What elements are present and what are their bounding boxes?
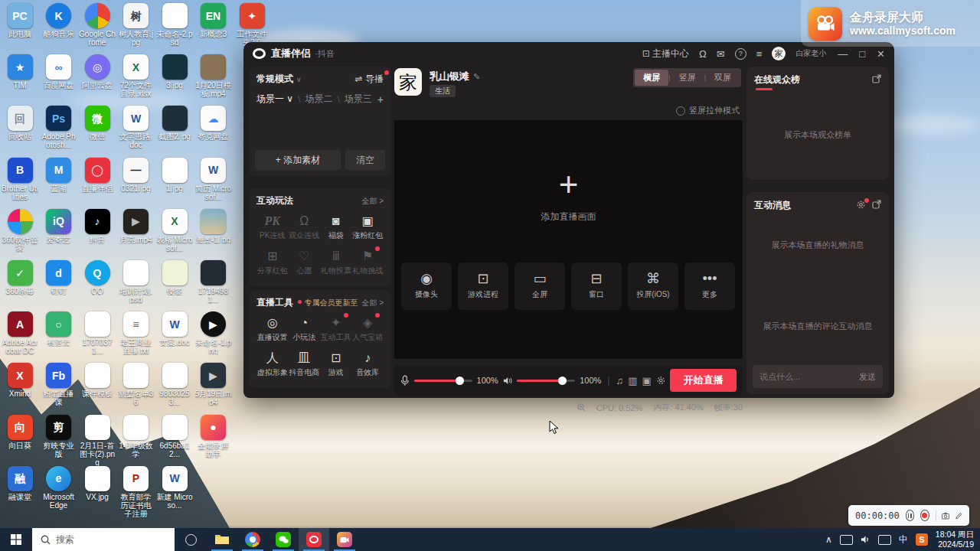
cortana-icon[interactable] [175,528,207,551]
voice-card-icon[interactable]: ▥ [628,375,637,386]
desktop-icon[interactable]: 向向日葵 [2,415,38,450]
feature-item[interactable]: PKPK连线 [256,213,289,241]
desktop-icon[interactable]: 1707037 1... [79,311,116,355]
feature-item[interactable]: ⊞分享红包 [256,248,289,276]
director-button[interactable]: ⇌ 导播 [355,73,384,86]
comment-input[interactable]: 说点什么... 发送 [753,365,883,388]
desktop-icon[interactable]: XXmind [2,363,38,398]
search-input[interactable]: 搜索 [32,528,175,551]
audio-icon[interactable]: Ω [699,48,707,60]
desktop-icon[interactable]: ✦工作文件夹2.0 [234,3,270,47]
display-icon[interactable] [840,535,853,545]
desktop-icon[interactable]: ●全能录屏助手 [195,415,232,458]
desktop-icon[interactable]: 树树人教育.jpg [118,3,155,47]
camera-toggle-icon[interactable]: ▣ [642,375,651,386]
desktop-icon[interactable]: Fb粉笔直播课 [41,363,77,406]
feature-item[interactable]: 人虚拟形象 [256,350,289,378]
orientation-segment[interactable]: 竖屏 [671,70,704,86]
source-button[interactable]: ◉摄像头 [401,262,452,310]
desktop-icon[interactable]: 3.jpg [156,54,193,90]
mic-volume-slider[interactable] [414,380,472,382]
slider-knob[interactable] [456,377,464,385]
desktop-icon[interactable]: 未命名-2.psd [156,3,193,47]
desktop-icon[interactable]: VX.jpg [79,466,116,501]
feature-item[interactable]: ⊡游戏 [320,350,352,378]
desktop-icon[interactable]: ♪抖音 [79,209,116,244]
desktop-icon[interactable]: ◎阿里云盘 [79,54,116,90]
message-icon[interactable]: ✉ [717,48,725,60]
feature-item[interactable]: ◙福袋 [320,213,352,241]
touch-keyboard-icon[interactable] [878,535,891,545]
feature-item[interactable]: ♪音效库 [352,350,384,378]
desktop-icon[interactable]: AAdobe Acrobat DC [2,311,38,355]
desktop-icon[interactable]: 培训计划.psd [118,260,155,304]
source-button[interactable]: ⌘投屏(iOS) [628,262,678,310]
desktop-icon[interactable]: —0321.jpg [118,158,155,193]
start-button[interactable] [0,528,32,551]
send-button[interactable]: 发送 [859,371,876,383]
desktop-icon[interactable]: 1.jpg [156,158,193,193]
desktop-icon[interactable]: 便签 [156,260,193,295]
desktop-icon[interactable]: W新建 Microso... [156,466,193,510]
feature-item[interactable]: Ω观众连线 [289,213,321,241]
desktop-icon[interactable]: EN新概念3 [195,3,232,38]
desktop-icon[interactable]: X72个文件目录.xlsx [118,54,155,98]
desktop-icon[interactable]: 回回收站 [2,106,38,141]
menu-icon[interactable]: ≡ [756,48,763,60]
ime-indicator[interactable]: 中 [899,533,908,546]
source-button[interactable]: ⊡游戏进程 [458,262,508,310]
desktop-icon[interactable]: BBrother Utilities [2,158,38,201]
edit-icon[interactable]: ✎ [473,72,480,81]
desktop-icon[interactable]: 360软件管家 [2,209,38,253]
help-icon[interactable]: ? [735,48,746,60]
desktop-icon[interactable]: ∞百度网盘 [41,54,77,90]
speaker-volume-slider[interactable] [517,380,575,382]
feature-item[interactable]: ◔小玩法 [289,315,321,343]
orientation-segment[interactable]: 横屏 [635,70,668,86]
taskbar-file-explorer[interactable] [207,528,237,551]
desktop-icon[interactable]: ○有道云 [41,311,77,347]
desktop-icon[interactable]: 微微信 [79,106,116,141]
slider-knob[interactable] [558,377,567,385]
desktop-icon[interactable]: Google Chrome [79,3,116,47]
minimize-button[interactable]: — [838,48,848,60]
desktop-icon[interactable]: 融融课堂 [2,466,38,501]
feature-item[interactable]: ⅲ礼物投票 [320,248,352,276]
desktop-icon[interactable]: QQQ [79,260,116,295]
feature-item[interactable]: ⚑礼物挑战 [352,248,384,276]
pause-button[interactable] [906,510,914,521]
desktop-icon[interactable]: PsAdobe Photosh... [41,106,77,149]
desktop-icon[interactable]: ☁夸克网盘 [195,106,232,141]
desktop-icon[interactable]: ✓360杀毒 [2,260,38,295]
desktop-icon[interactable]: 海景-1.jpg [195,209,232,244]
feature-item[interactable]: 皿抖音电商 [289,350,321,378]
desktop-icon[interactable]: K酷狗音乐 [41,3,77,38]
desktop-icon[interactable]: 6d56ba12... [156,415,193,458]
scene-tab[interactable]: 场景二 [305,93,332,106]
source-button[interactable]: ⊟窗口 [571,262,622,310]
desktop-icon[interactable]: ▶月亮.mp4 [118,209,155,244]
desktop-icon[interactable]: 17194981... [195,260,232,304]
desktop-icon[interactable]: 课件模板 [79,363,116,398]
popout-icon[interactable] [872,74,881,86]
scene-tab[interactable]: 场景三 [345,93,372,106]
desktop-icon[interactable]: d钉钉 [41,260,77,295]
sogou-input-icon[interactable]: S [916,533,928,546]
desktop-icon[interactable]: eMicrosoft Edge [41,466,77,510]
zoom-icon[interactable] [577,403,586,412]
desktop-icon[interactable]: W文案.doc [156,311,193,347]
desktop-icon[interactable]: ▶5月19日.mp4 [195,363,232,406]
microphone-icon[interactable] [400,375,410,386]
clear-button[interactable]: 清空 [345,150,385,170]
feature-item[interactable]: ◎直播设置 [256,315,289,343]
taskbar-wechat[interactable] [268,528,299,551]
add-material-button[interactable]: + 添加素材 [255,150,341,170]
popout-icon[interactable] [872,200,881,211]
feature-item[interactable]: ✦互动工具 [320,315,352,343]
desktop-icon[interactable]: P教育部学历证书电子注册备... [118,466,155,518]
desktop-icon[interactable]: 98030253... [156,363,193,406]
screenshot-camera-icon[interactable] [942,511,949,520]
desktop-icon[interactable]: 截图2.jpg [156,106,193,141]
desktop-icon[interactable]: 1-6年级数学 [118,415,155,458]
taskbar-chrome[interactable] [237,528,268,551]
